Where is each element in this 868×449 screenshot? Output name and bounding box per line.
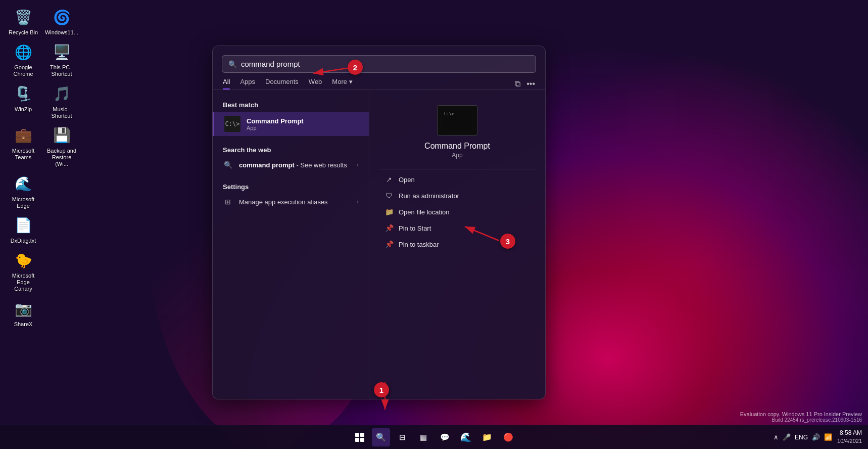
left-panel: Best match C:\> Command Prompt App Searc… <box>213 90 369 399</box>
search-query-text: command prompt <box>241 60 529 68</box>
open-icon: ↗ <box>384 175 394 184</box>
network-icon[interactable]: 📶 <box>823 432 833 442</box>
desktop-icon-backup[interactable]: 💾 Backup and Restore (Wi... <box>43 123 80 170</box>
copy-icon[interactable]: ⧉ <box>515 79 520 88</box>
task-view-icon: ⊟ <box>399 433 406 442</box>
widgets-icon: ▦ <box>420 433 427 442</box>
tab-more[interactable]: More ▾ <box>332 78 352 89</box>
windows11-icon: 🌀 <box>52 7 72 27</box>
action-open-location[interactable]: 📁 Open file location <box>379 204 535 220</box>
desktop-icon-row-7: 📷 ShareX <box>5 297 80 330</box>
badge-circle-1: 1 <box>374 382 389 397</box>
recycle-bin-icon: 🗑️ <box>13 7 33 27</box>
app-preview-type: App <box>452 152 462 159</box>
command-prompt-result[interactable]: C:\> Command Prompt App <box>213 112 369 136</box>
chevron-up-icon[interactable]: ∧ <box>773 432 780 442</box>
annotation-badge-2: 2 <box>348 60 363 75</box>
language-label: ENG <box>794 433 809 442</box>
settings-label: Settings <box>213 180 369 194</box>
desktop-icon-music[interactable]: 🎵 Music - Shortcut <box>43 82 80 121</box>
desktop-icon-this-pc[interactable]: 🖥️ This PC - Shortcut <box>43 40 80 79</box>
taskbar-right: ∧ 🎤 ENG 🔊 📶 8:58 AM 10/4/2021 <box>773 429 862 445</box>
web-search-item[interactable]: 🔍 command prompt - See web results › <box>213 157 369 173</box>
desktop-icon-sharex[interactable]: 📷 ShareX <box>5 297 41 330</box>
action-pin-start-label: Pin to Start <box>399 224 431 232</box>
manage-aliases-item[interactable]: ⊞ Manage app execution aliases › <box>213 194 369 210</box>
this-pc-label: This PC - Shortcut <box>45 64 78 77</box>
dxdiag-label: DxDiag.txt <box>11 238 36 244</box>
recycle-bin-label: Recycle Bin <box>9 29 38 36</box>
cmd-result-subtitle: App <box>247 125 359 131</box>
files-icon: 📁 <box>482 432 492 442</box>
app-preview-name: Command Prompt <box>424 142 490 151</box>
windows11-label: Windows11... <box>45 29 78 36</box>
desktop-icon-chrome[interactable]: 🌐 Google Chrome <box>5 40 41 79</box>
right-panel: Command Prompt App ↗ Open 🛡 Run as admin… <box>369 90 545 399</box>
desktop-icon-ms-teams[interactable]: 💼 Microsoft Teams <box>5 123 41 170</box>
pin-start-icon: 📌 <box>384 224 394 232</box>
backup-icon: 💾 <box>52 125 72 146</box>
app-preview-icon <box>437 105 477 136</box>
search-content: Best match C:\> Command Prompt App Searc… <box>213 90 545 399</box>
shield-icon: 🛡 <box>384 192 394 200</box>
ms-teams-icon: 💼 <box>13 125 33 146</box>
this-pc-icon: 🖥️ <box>52 42 72 62</box>
desktop-icons-area: 🗑️ Recycle Bin 🌀 Windows11... 🌐 Google C… <box>5 5 80 330</box>
taskbar-search-icon: 🔍 <box>376 432 386 442</box>
winzip-label: WinZip <box>15 106 32 113</box>
taskbar-chat[interactable]: 💬 <box>436 428 454 446</box>
annotation-badge-1: 1 <box>374 382 389 397</box>
action-open[interactable]: ↗ Open <box>379 171 535 188</box>
ms-teams-label: Microsoft Teams <box>7 148 39 161</box>
chrome-label: Google Chrome <box>7 64 39 77</box>
tab-apps[interactable]: Apps <box>240 78 255 89</box>
desktop-icon-ms-edge[interactable]: 🌊 Microsoft Edge <box>5 172 41 211</box>
music-label: Music - Shortcut <box>45 106 78 119</box>
taskbar-task-view[interactable]: ⊟ <box>393 428 411 446</box>
chrome-icon: 🌐 <box>13 42 33 62</box>
tab-group: All Apps Documents Web More ▾ <box>223 78 353 89</box>
taskbar-browser[interactable]: 🔴 <box>499 428 517 446</box>
desktop-icon-row-0: 🗑️ Recycle Bin 🌀 Windows11... <box>5 5 80 38</box>
volume-icon[interactable]: 🔊 <box>811 432 821 442</box>
clock-date: 10/4/2021 <box>837 437 862 445</box>
tab-web[interactable]: Web <box>309 78 322 89</box>
action-open-label: Open <box>399 176 415 184</box>
taskbar-search-button[interactable]: 🔍 <box>372 428 390 446</box>
action-run-admin[interactable]: 🛡 Run as administrator <box>379 188 535 204</box>
search-icon: 🔍 <box>228 60 237 68</box>
desktop-icon-edge-canary[interactable]: 🐤 Microsoft Edge Canary <box>5 248 41 295</box>
desktop-icon-winzip[interactable]: 🗜️ WinZip <box>5 82 41 121</box>
desktop-icon-row-4: 🌊 Microsoft Edge <box>5 172 80 211</box>
settings-item-text: Manage app execution aliases <box>239 198 351 206</box>
sharex-icon: 📷 <box>13 299 33 319</box>
tab-all[interactable]: All <box>223 78 230 89</box>
pin-taskbar-icon: 📌 <box>384 240 394 248</box>
desktop-icon-recycle-bin[interactable]: 🗑️ Recycle Bin <box>5 5 41 38</box>
chat-icon: 💬 <box>440 433 450 442</box>
browser-taskbar-icon: 🔴 <box>503 432 513 442</box>
desktop-icon-row-2: 🗜️ WinZip 🎵 Music - Shortcut <box>5 82 80 121</box>
settings-icon: ⊞ <box>223 198 233 206</box>
start-menu: 🔍 command prompt All Apps Documents Web … <box>212 46 546 399</box>
dxdiag-icon: 📄 <box>13 215 33 236</box>
taskbar-edge[interactable]: 🌊 <box>457 428 475 446</box>
web-search-icon: 🔍 <box>223 161 233 169</box>
desktop-icon-dxdiag[interactable]: 📄 DxDiag.txt <box>5 213 41 246</box>
edge-taskbar-icon: 🌊 <box>460 432 471 443</box>
desktop-icon-windows11[interactable]: 🌀 Windows11... <box>43 5 80 38</box>
taskbar-files[interactable]: 📁 <box>478 428 496 446</box>
tab-documents[interactable]: Documents <box>265 78 299 89</box>
taskbar-widgets[interactable]: ▦ <box>414 428 432 446</box>
taskbar-center-icons: 🔍 ⊟ ▦ 💬 🌊 📁 🔴 <box>351 428 517 446</box>
search-bar[interactable]: 🔍 command prompt <box>222 55 536 73</box>
more-options-icon[interactable]: ••• <box>526 79 535 88</box>
desktop-icon-row-1: 🌐 Google Chrome 🖥️ This PC - Shortcut <box>5 40 80 79</box>
start-button[interactable] <box>351 428 369 446</box>
microphone-icon[interactable]: 🎤 <box>782 432 792 442</box>
winzip-icon: 🗜️ <box>13 84 33 104</box>
desktop-icon-row-3: 💼 Microsoft Teams 💾 Backup and Restore (… <box>5 123 80 170</box>
badge-circle-2: 2 <box>348 60 363 75</box>
web-search-label: Search the web <box>213 143 369 157</box>
system-clock[interactable]: 8:58 AM 10/4/2021 <box>837 429 862 445</box>
